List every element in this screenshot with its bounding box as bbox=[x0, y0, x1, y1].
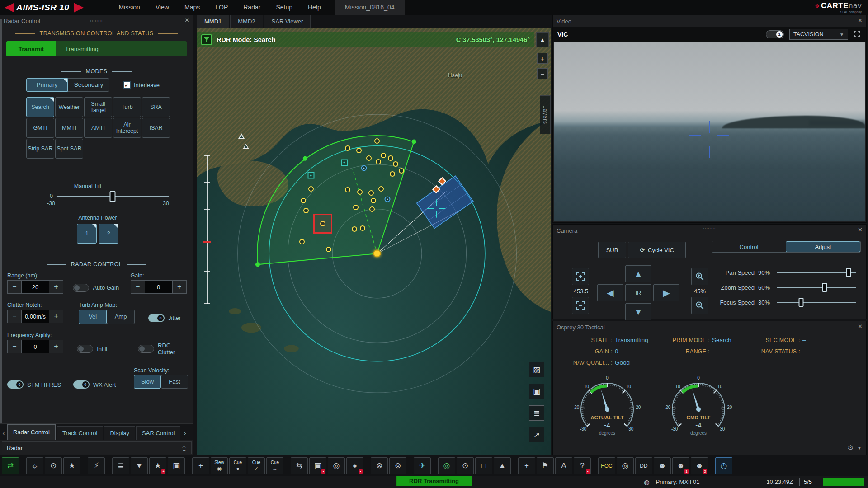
jitter-toggle[interactable]: 0 bbox=[148, 314, 165, 322]
menu-mission[interactable]: Mission bbox=[111, 0, 147, 15]
gain-value[interactable]: 0 bbox=[145, 281, 173, 293]
mode-button-gmti[interactable]: GMTI bbox=[26, 118, 54, 138]
blue-marker[interactable] bbox=[385, 197, 391, 202]
turb-amp-vel[interactable]: Vel bbox=[79, 310, 107, 324]
toolbar-transmit-toggle-icon[interactable]: ⇄ bbox=[2, 457, 19, 474]
map-tab-mmd2[interactable]: MMD2 bbox=[230, 15, 263, 28]
range-decrement-button[interactable]: − bbox=[8, 281, 21, 293]
interleave-checkbox[interactable]: ✓ Interleave bbox=[123, 81, 160, 89]
contact-marker[interactable] bbox=[356, 148, 362, 153]
triangle-marker[interactable] bbox=[238, 133, 245, 139]
toolbar-video-swap-icon[interactable]: ⇆ bbox=[291, 457, 308, 474]
menu-view[interactable]: View bbox=[148, 0, 177, 15]
toolbar-operator-2-icon[interactable]: ☻2 bbox=[691, 457, 708, 474]
mode-button-air-intercept[interactable]: Air Intercept bbox=[113, 118, 141, 138]
mode-button-small-target[interactable]: Small Target bbox=[84, 97, 112, 117]
mode-button-amti[interactable]: AMTI bbox=[84, 118, 112, 138]
map-viewport[interactable]: RDR Mode: Search C 37.53503°, 127.14946°… bbox=[197, 28, 551, 455]
radar-section-bar[interactable]: Radar ︿≡ bbox=[2, 441, 192, 454]
toolbar-favorite-star-icon[interactable]: ★ bbox=[63, 457, 80, 474]
snapshot-tool-icon[interactable]: ▣ bbox=[529, 384, 544, 399]
range-increment-button[interactable]: + bbox=[49, 281, 63, 293]
menu-help[interactable]: Help bbox=[300, 0, 329, 15]
contact-marker[interactable] bbox=[388, 155, 393, 161]
contact-marker[interactable] bbox=[353, 205, 359, 210]
video-fullscreen-icon[interactable] bbox=[854, 30, 861, 39]
toolbar-star-add-icon[interactable]: ★+ bbox=[149, 457, 166, 474]
drag-handle-icon[interactable]: :::::::: bbox=[703, 19, 716, 21]
contact-marker[interactable] bbox=[376, 159, 381, 164]
sector-handle-2[interactable] bbox=[412, 140, 416, 144]
close-icon[interactable]: ✕ bbox=[858, 226, 863, 233]
toolbar-cue-lock-icon[interactable]: Cue● bbox=[229, 457, 246, 474]
video-feed[interactable] bbox=[554, 42, 865, 221]
gear-icon[interactable]: ⚙ bbox=[848, 444, 854, 452]
toolbar-center-target-icon[interactable]: ⊙ bbox=[457, 457, 474, 474]
north-arrow-button[interactable]: ▲ bbox=[536, 32, 549, 47]
box-marker[interactable] bbox=[307, 172, 314, 179]
contact-marker[interactable] bbox=[308, 186, 314, 192]
toolbar-range-rings-icon[interactable]: ◎ bbox=[438, 457, 455, 474]
contact-marker[interactable] bbox=[374, 138, 380, 144]
notes-tool-icon[interactable]: ≣ bbox=[529, 405, 544, 421]
tabs-scroll-left-icon[interactable]: ‹ bbox=[0, 426, 7, 440]
contact-marker[interactable] bbox=[366, 155, 372, 161]
chevron-down-icon[interactable]: ▼ bbox=[857, 446, 862, 450]
close-icon[interactable]: ✕ bbox=[858, 323, 863, 330]
menu-maps[interactable]: Maps bbox=[177, 0, 208, 15]
tabs-scroll-right-icon[interactable]: › bbox=[181, 426, 189, 440]
box-marker[interactable] bbox=[341, 159, 348, 166]
toolbar-ir-rings-icon[interactable]: ◎ bbox=[617, 457, 634, 474]
contact-marker[interactable] bbox=[345, 187, 350, 192]
toolbar-cue-check-icon[interactable]: Cue✓ bbox=[248, 457, 265, 474]
antenna-power-button-1[interactable]: 1 bbox=[77, 224, 97, 244]
mode-button-search[interactable]: Search bbox=[26, 97, 54, 117]
mission-tab[interactable]: Mission_0816_04 bbox=[335, 0, 405, 15]
ownship-marker[interactable] bbox=[373, 250, 381, 258]
clutter-increment-button[interactable]: + bbox=[49, 310, 63, 323]
gain-increment-button[interactable]: + bbox=[173, 281, 186, 293]
contact-marker[interactable] bbox=[360, 225, 365, 231]
toolbar-designate-target-icon[interactable]: ⊙ bbox=[45, 457, 62, 474]
toolbar-filter-icon[interactable]: ▼ bbox=[131, 457, 148, 474]
mode-button-isar[interactable]: ISAR bbox=[142, 118, 170, 138]
map-tab-sar-viewer[interactable]: SAR Viewer bbox=[264, 15, 311, 28]
blue-marker[interactable] bbox=[361, 165, 367, 171]
toolbar-dd-button[interactable]: DD bbox=[635, 457, 652, 474]
select-region-tool-icon[interactable]: ▨ bbox=[529, 362, 544, 377]
mode-button-sra[interactable]: SRA bbox=[142, 97, 170, 117]
vic-toggle[interactable]: 1 bbox=[766, 30, 784, 38]
freq-value[interactable]: 0 bbox=[21, 340, 49, 353]
slider-focus-speed[interactable] bbox=[777, 298, 856, 307]
contact-marker[interactable] bbox=[399, 168, 404, 174]
wx-alert-toggle[interactable]: 0 bbox=[73, 380, 90, 389]
contact-marker[interactable] bbox=[303, 208, 309, 213]
drag-handle-icon[interactable]: :::::::: bbox=[703, 324, 716, 327]
slider-zoom-speed[interactable] bbox=[777, 283, 856, 292]
toolbar-waypoint-icon[interactable]: ⚑ bbox=[537, 457, 554, 474]
toolbar-measure-grid-icon[interactable]: + bbox=[518, 457, 535, 474]
toolbar-sensor-link-a-icon[interactable]: ⊗ bbox=[371, 457, 388, 474]
selected-contact-box[interactable] bbox=[313, 214, 332, 234]
drag-handle-icon[interactable]: :::::::: bbox=[703, 228, 716, 230]
layers-tab[interactable]: Layers bbox=[540, 95, 551, 134]
sector-handle-1[interactable] bbox=[255, 262, 260, 267]
rdc-clutter-toggle[interactable] bbox=[138, 345, 154, 353]
close-icon[interactable]: ✕ bbox=[184, 17, 189, 23]
camera-right-button[interactable]: ▶ bbox=[653, 284, 679, 301]
contact-marker[interactable] bbox=[390, 171, 395, 177]
auto-gain-toggle[interactable] bbox=[73, 284, 89, 292]
contact-marker[interactable] bbox=[378, 186, 384, 192]
toolbar-aircraft-icon[interactable]: ✈ bbox=[414, 457, 431, 474]
panel-tab-radar-control[interactable]: Radar Control bbox=[7, 424, 56, 440]
map-zoom-in-button[interactable]: + bbox=[537, 53, 548, 64]
contact-marker[interactable] bbox=[352, 226, 357, 232]
toolbar-pan-move-icon[interactable]: + bbox=[192, 457, 209, 474]
manual-tilt-slider[interactable] bbox=[57, 193, 169, 199]
freq-increment-button[interactable]: + bbox=[49, 340, 63, 353]
contact-marker[interactable] bbox=[301, 198, 306, 203]
cycle-vic-button[interactable]: ⟳Cycle VIC bbox=[628, 242, 686, 258]
focus-near-button[interactable] bbox=[572, 268, 589, 285]
collapse-chevron-icon[interactable]: ︿≡ bbox=[182, 444, 187, 451]
menu-setup[interactable]: Setup bbox=[268, 0, 300, 15]
